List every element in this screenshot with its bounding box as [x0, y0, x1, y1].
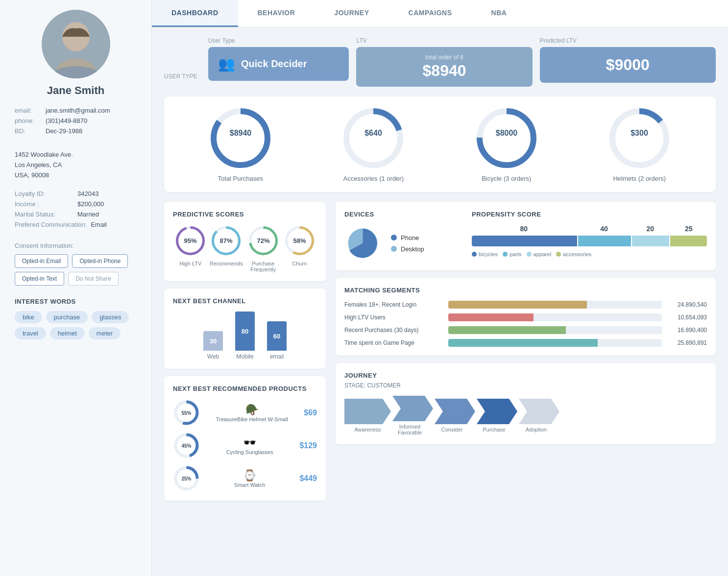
pref-comm-label: Prefered Communication: [15, 221, 87, 229]
tab-nba[interactable]: NBA [472, 0, 527, 27]
segment-bar-bg-3 [598, 339, 662, 347]
donuts-row: $8940 Total Purchases $640 Accessories (… [164, 96, 716, 192]
journey-stage-3: Purchase [471, 399, 517, 432]
svg-text:58%: 58% [293, 237, 306, 244]
devices-pie-chart [344, 225, 381, 262]
tab-dashboard[interactable]: DASHBOARD [152, 0, 238, 27]
sidebar: Jane Smith email: jane.smith@gmail.com p… [0, 0, 152, 576]
prop-legend-parts: parts [503, 251, 521, 257]
donut-label-1: Accessories (1 order) [343, 175, 404, 182]
segment-name-0: Females 18+, Recent Login [344, 301, 442, 308]
channel-name-web: Web [207, 353, 219, 360]
svg-marker-42 [519, 399, 559, 424]
pref-comm-row: Prefered Communication: Email [15, 221, 137, 229]
score-label-0: High LTV [179, 261, 201, 266]
opted-in-phone-button[interactable]: Opted-in Phone [72, 254, 128, 268]
svg-text:$640: $640 [364, 129, 382, 137]
product-row-2: 25% ⌚ Smart Watch $449 [173, 465, 317, 492]
user-type-section-label: User Type [164, 73, 203, 80]
tab-behavior[interactable]: BEHAVIOR [238, 0, 315, 27]
interest-section: INTEREST WORDS bike purchase glasses tra… [0, 293, 151, 347]
journey-arrow-0 [344, 399, 391, 424]
product-list: 55% 🪖 TreasureBike Helmet W-Small $69 [173, 399, 317, 492]
journey-label-0: Awareness [354, 427, 381, 432]
channel-bar-mobile: 80 [235, 312, 255, 351]
predicted-ltv-value: $9000 [550, 56, 706, 74]
segment-bar-2 [448, 326, 566, 334]
score-label-3: Churn [292, 261, 307, 266]
channel-name-mobile: Mobile [236, 353, 253, 360]
journey-panel: JOURNEY STAGE: CUSTOMER Awareness [336, 363, 716, 444]
prop-seg-3 [670, 236, 707, 246]
right-panels: DEVICES [336, 202, 716, 501]
journey-stage-1: Informed Favorable [387, 396, 433, 435]
devices-title: DEVICES [344, 211, 462, 218]
contact-info: email: jane.smith@gmail.com phone: (301)… [0, 104, 151, 145]
segment-bar-container-2 [448, 326, 662, 334]
bottom-grid: PREDICTIVE SCORES 95% High LTV [164, 202, 716, 501]
segment-bar-3 [448, 339, 598, 347]
donut-accessories: $640 Accessories (1 order) [341, 106, 405, 182]
journey-title: JOURNEY [344, 372, 707, 379]
segment-bar-0 [448, 301, 587, 309]
ltv-subtitle: total order of 8 [366, 54, 522, 61]
avatar [42, 10, 110, 78]
svg-text:55%: 55% [181, 410, 191, 416]
donut-helmets: $300 Helmets (2 orders) [607, 106, 671, 182]
tag-helmet: helmet [50, 327, 85, 339]
user-type-value: Quick Decider [241, 58, 307, 70]
channel-bar-email: 60 [267, 321, 287, 351]
loyalty-row: Loyalty ID: 342043 [15, 190, 137, 197]
nav-tabs: DASHBOARD BEHAVIOR JOURNEY CAMPAIGNS NBA [152, 0, 728, 27]
prop-seg-1 [578, 236, 631, 246]
segment-row-0: Females 18+, Recent Login 24.890,540 [344, 301, 707, 309]
svg-text:72%: 72% [257, 237, 269, 244]
extra-info: Loyalty ID: 342043 Income : $200,000 Mar… [0, 188, 151, 240]
product-price-2: $449 [299, 474, 317, 483]
bd-label: BD: [15, 127, 42, 135]
channel-email: 60 email [267, 321, 287, 360]
prop-dot-0 [472, 252, 477, 257]
prop-val-3: 25 [671, 225, 707, 233]
recommended-products-title: NEXT BEST RECOMMENDED PRODUCTS [173, 385, 317, 392]
ltv-label: LTV [356, 37, 532, 44]
prop-seg-2 [632, 236, 669, 246]
tab-campaigns[interactable]: CAMPAIGNS [389, 0, 472, 27]
income-label: Income : [15, 200, 73, 208]
device-desktop-label: Desktop [401, 245, 424, 253]
tab-journey[interactable]: JOURNEY [315, 0, 388, 27]
matching-segments-title: MATCHING SEGMENTS [344, 287, 707, 294]
channel-row: 30 Web 80 Mobile 60 email [173, 312, 317, 360]
opted-in-email-button[interactable]: Opted-in Email [15, 254, 68, 268]
scores-row: 95% High LTV 87% [173, 225, 317, 272]
channel-name-email: email [270, 353, 284, 360]
journey-label-1: Informed Favorable [388, 424, 432, 435]
journey-label-2: Consider [441, 427, 462, 432]
product-icon-0: 🪖 [245, 404, 259, 416]
prop-legend-bicycles: bicycles [472, 251, 498, 257]
opted-in-text-button[interactable]: Opted-in Text [15, 272, 64, 286]
svg-text:45%: 45% [181, 443, 191, 449]
devices-section: DEVICES [344, 211, 462, 262]
loyalty-value: 342043 [77, 190, 98, 197]
donut-total-purchases: $8940 Total Purchases [209, 106, 272, 182]
tag-meter: meter [89, 327, 121, 339]
do-not-share-button[interactable]: Do Not Share [68, 272, 119, 286]
channel-web: 30 Web [203, 331, 223, 360]
donut-label-0: Total Purchases [218, 175, 264, 182]
left-panels: PREDICTIVE SCORES 95% High LTV [164, 202, 326, 501]
bd-value: Dec-29-1988 [46, 127, 82, 135]
propensity-title: PROPENSITY SCORE [472, 211, 707, 218]
device-desktop: Desktop [391, 245, 424, 253]
score-purchase-frequently: 72% Purchase Frequently [246, 225, 280, 272]
prop-legend-accessories: accessories [556, 251, 591, 257]
segment-name-1: High LTV Users [344, 314, 442, 321]
device-phone-label: Phone [401, 234, 419, 241]
recommended-products-panel: NEXT BEST RECOMMENDED PRODUCTS 55% [164, 376, 326, 501]
prop-legend: bicycles parts apparel [472, 251, 707, 257]
segment-name-2: Recent Purchases (30 days) [344, 327, 442, 334]
segment-bar-bg-0 [587, 301, 662, 309]
phone-dot [391, 235, 397, 240]
score-recommends: 87% Recommends [210, 225, 243, 272]
consent-title: Consent Information: [15, 242, 137, 249]
